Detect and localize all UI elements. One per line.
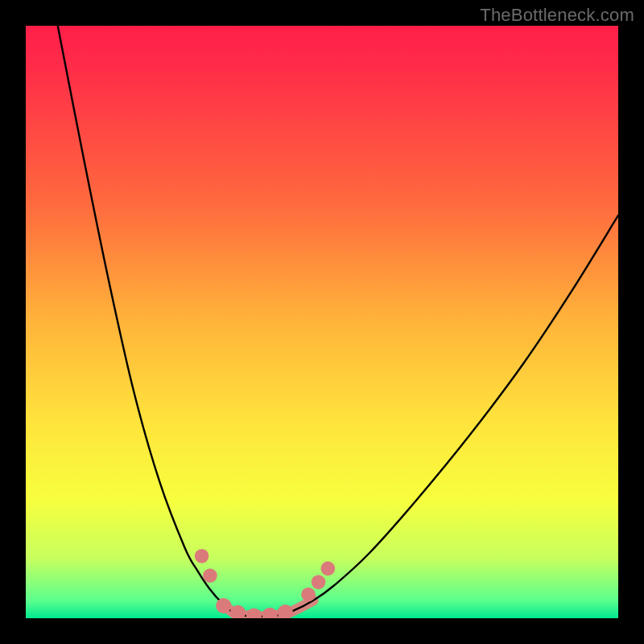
plot-gradient-area: [26, 26, 618, 618]
chart-svg: [26, 26, 618, 618]
bottleneck-curve: [58, 26, 618, 617]
marker-right-tick-lower: [301, 588, 316, 602]
marker-valley-1: [216, 598, 231, 613]
outer-frame: TheBottleneck.com: [0, 0, 644, 644]
marker-right-tick-mid: [312, 575, 326, 589]
marker-valley-4: [262, 608, 278, 618]
marker-left-tick-lower: [203, 568, 217, 583]
marker-right-tick-upper: [321, 561, 336, 576]
watermark-text: TheBottleneck.com: [480, 5, 634, 26]
marker-valley-3: [246, 608, 262, 618]
marker-left-tick-upper: [195, 549, 209, 564]
